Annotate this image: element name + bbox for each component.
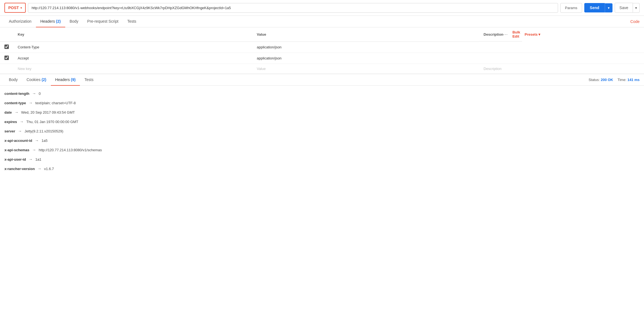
resp-header-name: x-rancher-version bbox=[4, 167, 35, 171]
method-label: POST bbox=[8, 6, 19, 10]
resp-header-name: x-api-schemas bbox=[4, 148, 29, 152]
table-row: Accept application/json bbox=[0, 53, 644, 64]
more-options-icon[interactable]: ··· bbox=[503, 32, 508, 36]
list-item: x-api-user-id → 1a1 bbox=[4, 157, 640, 161]
resp-header-name: x-api-user-id bbox=[4, 157, 26, 161]
resp-tab-body[interactable]: Body bbox=[4, 74, 22, 86]
row-desc-cell bbox=[479, 41, 644, 53]
new-row-key-cell: New key bbox=[13, 64, 252, 74]
row-checkbox-cell bbox=[0, 41, 13, 53]
resp-header-value: http://120.77.214.113:8080/v1/schemas bbox=[39, 148, 102, 152]
code-link[interactable]: Code bbox=[630, 19, 640, 24]
arrow-icon: → bbox=[32, 91, 37, 96]
resp-tab-headers[interactable]: Headers (9) bbox=[51, 74, 80, 86]
response-section: Body Cookies (2) Headers (9) Tests Statu… bbox=[0, 74, 644, 181]
row-checkbox[interactable] bbox=[4, 45, 9, 49]
resp-header-name: server bbox=[4, 129, 15, 133]
value-col-header: Value bbox=[252, 27, 479, 41]
resp-tab-cookies[interactable]: Cookies (2) bbox=[22, 74, 51, 86]
headers-table-header-row: Key Value Description ··· Bulk Edit Pres… bbox=[0, 27, 644, 41]
list-item: x-rancher-version → v1.6.7 bbox=[4, 166, 640, 171]
status-value: 200 OK bbox=[601, 78, 613, 82]
response-tabs-bar: Body Cookies (2) Headers (9) Tests Statu… bbox=[0, 74, 644, 86]
list-item: x-api-schemas → http://120.77.214.113:80… bbox=[4, 148, 640, 152]
save-group: Save ▾ bbox=[615, 3, 640, 13]
arrow-icon: → bbox=[29, 157, 34, 161]
arrow-icon: → bbox=[15, 110, 20, 114]
request-tabs-bar: Authorization Headers (2) Body Pre-reque… bbox=[0, 16, 644, 27]
list-item: content-length → 0 bbox=[4, 91, 640, 96]
method-button[interactable]: POST ▾ bbox=[4, 3, 26, 13]
resp-header-value: 1a5 bbox=[41, 139, 48, 143]
time-value: 141 ms bbox=[627, 78, 640, 82]
resp-tab-tests[interactable]: Tests bbox=[80, 74, 98, 86]
tab-authorization[interactable]: Authorization bbox=[4, 16, 36, 27]
resp-header-value: Wed, 20 Sep 2017 09:43:54 GMT bbox=[21, 110, 75, 114]
status-label: Status: 200 OK bbox=[588, 78, 613, 82]
url-input[interactable] bbox=[28, 3, 558, 13]
resp-header-name: date bbox=[4, 110, 12, 114]
key-col-header: Key bbox=[13, 27, 252, 41]
row-key-cell: Accept bbox=[13, 53, 252, 64]
new-row-value-cell: Value bbox=[252, 64, 479, 74]
tab-headers[interactable]: Headers (2) bbox=[36, 16, 65, 27]
arrow-icon: → bbox=[20, 119, 25, 124]
new-row-checkbox-cell bbox=[0, 64, 13, 74]
response-body: content-length → 0 content-type → text/p… bbox=[0, 86, 644, 181]
bulk-edit-button[interactable]: Bulk Edit bbox=[512, 30, 520, 38]
save-button[interactable]: Save bbox=[615, 3, 633, 13]
save-dropdown-button[interactable]: ▾ bbox=[633, 3, 640, 13]
new-row-desc-cell: Description bbox=[479, 64, 644, 74]
response-status: Status: 200 OK Time: 141 ms bbox=[588, 78, 640, 82]
resp-header-name: content-length bbox=[4, 92, 29, 96]
time-label: Time: 141 ms bbox=[617, 78, 640, 82]
row-value-cell: application/json bbox=[252, 41, 479, 53]
row-checkbox[interactable] bbox=[4, 56, 9, 60]
resp-header-value: Jetty(9.2.11.v20150529) bbox=[25, 129, 63, 133]
top-bar: POST ▾ Params Send ▾ Save ▾ bbox=[0, 0, 644, 16]
resp-header-value: 0 bbox=[39, 92, 41, 96]
resp-header-value: Thu, 01 Jan 1970 00:00:00 GMT bbox=[26, 120, 78, 124]
send-button[interactable]: Send bbox=[584, 3, 605, 12]
send-group: Send ▾ bbox=[584, 3, 612, 12]
arrow-icon: → bbox=[35, 138, 40, 143]
row-value-cell: application/json bbox=[252, 53, 479, 64]
list-item: x-api-account-id → 1a5 bbox=[4, 138, 640, 143]
send-dropdown-button[interactable]: ▾ bbox=[605, 3, 612, 12]
method-chevron-icon: ▾ bbox=[20, 6, 22, 9]
list-item: content-type → text/plain; charset=UTF-8 bbox=[4, 101, 640, 105]
resp-header-value: text/plain; charset=UTF-8 bbox=[35, 101, 76, 105]
arrow-icon: → bbox=[29, 101, 34, 105]
headers-table: Key Value Description ··· Bulk Edit Pres… bbox=[0, 27, 644, 74]
params-button[interactable]: Params bbox=[560, 3, 582, 13]
tab-body[interactable]: Body bbox=[65, 16, 83, 27]
new-value-placeholder: Value bbox=[257, 67, 266, 71]
checkbox-col-header bbox=[0, 27, 13, 41]
arrow-icon: → bbox=[18, 129, 23, 133]
new-header-row: New key Value Description bbox=[0, 64, 644, 74]
presets-button[interactable]: Presets ▾ bbox=[525, 32, 540, 36]
tab-tests[interactable]: Tests bbox=[123, 16, 141, 27]
list-item: server → Jetty(9.2.11.v20150529) bbox=[4, 129, 640, 133]
tab-pre-request-script[interactable]: Pre-request Script bbox=[83, 16, 123, 27]
new-key-placeholder: New key bbox=[18, 67, 32, 71]
row-key-cell: Content-Type bbox=[13, 41, 252, 53]
arrow-icon: → bbox=[32, 148, 37, 152]
list-item: expires → Thu, 01 Jan 1970 00:00:00 GMT bbox=[4, 119, 640, 124]
row-desc-cell bbox=[479, 53, 644, 64]
list-item: date → Wed, 20 Sep 2017 09:43:54 GMT bbox=[4, 110, 640, 114]
arrow-icon: → bbox=[38, 166, 43, 171]
resp-header-name: x-api-account-id bbox=[4, 139, 32, 143]
resp-header-name: expires bbox=[4, 120, 17, 124]
new-desc-placeholder: Description bbox=[484, 67, 502, 71]
desc-col-header: Description ··· Bulk Edit Presets ▾ bbox=[479, 27, 522, 41]
resp-header-value: 1a1 bbox=[35, 157, 41, 161]
resp-header-value: v1.6.7 bbox=[44, 167, 54, 171]
row-checkbox-cell bbox=[0, 53, 13, 64]
table-row: Content-Type application/json bbox=[0, 41, 644, 53]
resp-header-name: content-type bbox=[4, 101, 26, 105]
